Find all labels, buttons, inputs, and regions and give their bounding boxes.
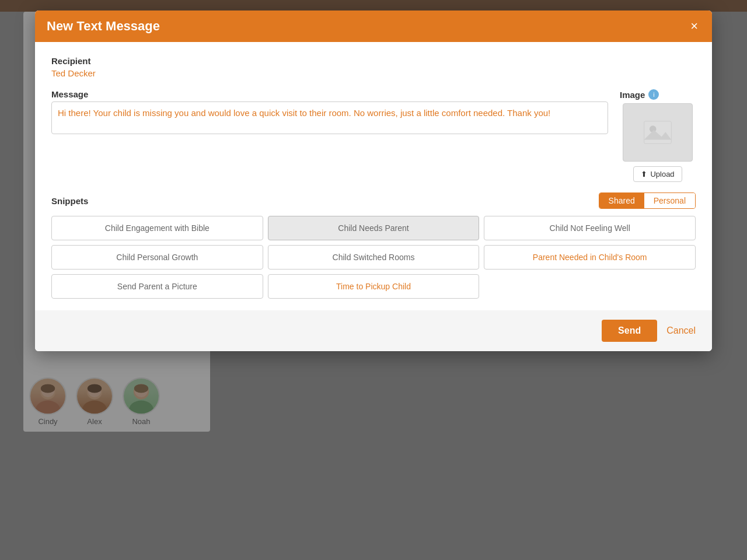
message-group: Message Image i bbox=[51, 89, 696, 182]
snippet-time-to-pickup-child[interactable]: Time to Pickup Child bbox=[268, 274, 480, 299]
snippet-child-needs-parent[interactable]: Child Needs Parent bbox=[268, 216, 480, 240]
message-row: Message Image i bbox=[51, 89, 696, 182]
image-info-icon[interactable]: i bbox=[648, 89, 659, 100]
recipient-label: Recipient bbox=[51, 56, 696, 66]
message-label: Message bbox=[51, 89, 608, 99]
tab-personal[interactable]: Personal bbox=[644, 193, 695, 208]
svg-rect-12 bbox=[644, 121, 672, 144]
modal-header: New Text Message × bbox=[35, 10, 712, 42]
upload-label: Upload bbox=[650, 170, 674, 178]
cancel-button[interactable]: Cancel bbox=[666, 326, 696, 336]
modal-title: New Text Message bbox=[47, 19, 160, 34]
upload-button[interactable]: ⬆ Upload bbox=[633, 166, 682, 182]
modal-close-button[interactable]: × bbox=[688, 20, 700, 33]
recipient-group: Recipient Ted Decker bbox=[51, 56, 696, 79]
send-button[interactable]: Send bbox=[602, 320, 657, 342]
modal-footer: Send Cancel bbox=[35, 310, 712, 351]
tab-shared[interactable]: Shared bbox=[599, 193, 644, 208]
upload-icon: ⬆ bbox=[641, 170, 647, 178]
image-label-row: Image i bbox=[620, 89, 659, 100]
snippet-send-parent-picture[interactable]: Send Parent a Picture bbox=[51, 274, 263, 299]
new-text-message-modal: New Text Message × Recipient Ted Decker … bbox=[35, 10, 712, 351]
image-section: Image i ⬆ Upload bbox=[620, 89, 696, 182]
snippets-tab-group: Shared Personal bbox=[599, 192, 696, 209]
snippets-header: Snippets Shared Personal bbox=[51, 192, 696, 209]
image-placeholder bbox=[623, 103, 693, 162]
recipient-value: Ted Decker bbox=[51, 68, 96, 78]
message-textarea[interactable] bbox=[51, 102, 608, 134]
snippets-label: Snippets bbox=[51, 196, 88, 206]
snippet-child-switched-rooms[interactable]: Child Switched Rooms bbox=[268, 245, 480, 270]
image-label: Image bbox=[620, 90, 645, 100]
snippets-empty-cell bbox=[484, 274, 696, 299]
snippet-child-personal-growth[interactable]: Child Personal Growth bbox=[51, 245, 263, 270]
snippet-child-engagement-bible[interactable]: Child Engagement with Bible bbox=[51, 216, 263, 240]
message-col: Message bbox=[51, 89, 608, 134]
snippets-grid: Child Engagement with Bible Child Needs … bbox=[51, 216, 696, 299]
snippet-child-not-feeling-well[interactable]: Child Not Feeling Well bbox=[484, 216, 696, 240]
modal-body: Recipient Ted Decker Message Image i bbox=[35, 42, 712, 299]
snippet-parent-needed-childs-room[interactable]: Parent Needed in Child's Room bbox=[484, 245, 696, 270]
snippets-section: Snippets Shared Personal Child Engagemen… bbox=[51, 192, 696, 299]
